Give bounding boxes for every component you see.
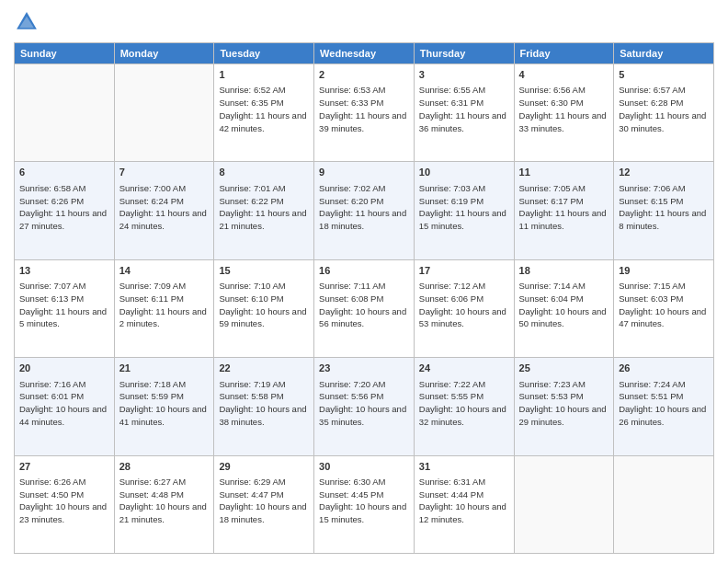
day-number: 17 (419, 264, 509, 278)
day-header: Sunday (15, 43, 115, 64)
calendar-cell: 5Sunrise: 6:57 AMSunset: 6:28 PMDaylight… (614, 64, 714, 162)
day-info: Sunrise: 6:58 AMSunset: 6:26 PMDaylight:… (19, 182, 109, 233)
calendar-cell: 15Sunrise: 7:10 AMSunset: 6:10 PMDayligh… (214, 259, 314, 357)
calendar-cell: 7Sunrise: 7:00 AMSunset: 6:24 PMDaylight… (114, 162, 214, 259)
calendar-cell (614, 455, 714, 553)
day-info: Sunrise: 6:57 AMSunset: 6:28 PMDaylight:… (619, 84, 709, 134)
day-info: Sunrise: 7:14 AMSunset: 6:04 PMDaylight:… (519, 280, 609, 330)
calendar-week-row: 6Sunrise: 6:58 AMSunset: 6:26 PMDaylight… (15, 162, 714, 259)
day-number: 20 (19, 362, 109, 375)
calendar-cell: 17Sunrise: 7:12 AMSunset: 6:06 PMDayligh… (414, 259, 514, 357)
calendar-cell: 24Sunrise: 7:22 AMSunset: 5:55 PMDayligh… (414, 358, 514, 455)
calendar-cell: 11Sunrise: 7:05 AMSunset: 6:17 PMDayligh… (514, 162, 614, 259)
day-info: Sunrise: 7:11 AMSunset: 6:08 PMDaylight:… (319, 280, 409, 330)
day-info: Sunrise: 6:31 AMSunset: 4:44 PMDaylight:… (419, 476, 509, 526)
day-info: Sunrise: 7:12 AMSunset: 6:06 PMDaylight:… (419, 280, 509, 330)
day-number: 10 (419, 166, 509, 179)
day-info: Sunrise: 6:27 AMSunset: 4:48 PMDaylight:… (119, 476, 210, 526)
calendar-header-row: SundayMondayTuesdayWednesdayThursdayFrid… (15, 43, 714, 64)
calendar-cell: 9Sunrise: 7:02 AMSunset: 6:20 PMDaylight… (314, 162, 415, 259)
logo (14, 9, 41, 35)
calendar-cell: 25Sunrise: 7:23 AMSunset: 5:53 PMDayligh… (514, 358, 614, 455)
day-number: 25 (519, 362, 609, 375)
day-info: Sunrise: 6:26 AMSunset: 4:50 PMDaylight:… (19, 476, 109, 526)
calendar-cell: 28Sunrise: 6:27 AMSunset: 4:48 PMDayligh… (114, 455, 214, 553)
day-number: 27 (19, 460, 109, 474)
calendar-cell: 13Sunrise: 7:07 AMSunset: 6:13 PMDayligh… (15, 259, 115, 357)
calendar-cell: 18Sunrise: 7:14 AMSunset: 6:04 PMDayligh… (514, 259, 614, 357)
day-number: 13 (19, 264, 109, 278)
day-info: Sunrise: 7:10 AMSunset: 6:10 PMDaylight:… (219, 280, 309, 330)
day-info: Sunrise: 7:22 AMSunset: 5:55 PMDaylight:… (419, 378, 509, 429)
day-number: 15 (219, 264, 309, 278)
day-number: 4 (519, 68, 609, 82)
calendar-cell: 19Sunrise: 7:15 AMSunset: 6:03 PMDayligh… (614, 259, 714, 357)
calendar-cell: 31Sunrise: 6:31 AMSunset: 4:44 PMDayligh… (414, 455, 514, 553)
day-info: Sunrise: 6:52 AMSunset: 6:35 PMDaylight:… (219, 84, 309, 134)
day-header: Wednesday (314, 43, 415, 64)
calendar-cell: 14Sunrise: 7:09 AMSunset: 6:11 PMDayligh… (114, 259, 214, 357)
logo-icon (14, 9, 40, 35)
day-number: 14 (119, 264, 210, 278)
day-number: 24 (419, 362, 509, 375)
day-number: 16 (319, 264, 409, 278)
calendar-cell: 1Sunrise: 6:52 AMSunset: 6:35 PMDaylight… (214, 64, 314, 162)
day-info: Sunrise: 6:56 AMSunset: 6:30 PMDaylight:… (519, 84, 609, 134)
day-info: Sunrise: 7:05 AMSunset: 6:17 PMDaylight:… (519, 182, 609, 233)
day-info: Sunrise: 7:03 AMSunset: 6:19 PMDaylight:… (419, 182, 509, 233)
day-number: 18 (519, 264, 609, 278)
day-info: Sunrise: 7:09 AMSunset: 6:11 PMDaylight:… (119, 280, 210, 330)
day-number: 28 (119, 460, 210, 474)
calendar-cell: 10Sunrise: 7:03 AMSunset: 6:19 PMDayligh… (414, 162, 514, 259)
calendar-cell: 3Sunrise: 6:55 AMSunset: 6:31 PMDaylight… (414, 64, 514, 162)
calendar-cell (114, 64, 214, 162)
calendar-week-row: 1Sunrise: 6:52 AMSunset: 6:35 PMDaylight… (15, 64, 714, 162)
day-number: 26 (619, 362, 709, 375)
day-info: Sunrise: 6:53 AMSunset: 6:33 PMDaylight:… (319, 84, 409, 134)
calendar-cell: 22Sunrise: 7:19 AMSunset: 5:58 PMDayligh… (214, 358, 314, 455)
day-info: Sunrise: 6:29 AMSunset: 4:47 PMDaylight:… (219, 476, 309, 526)
day-info: Sunrise: 7:20 AMSunset: 5:56 PMDaylight:… (319, 378, 409, 429)
calendar-cell: 2Sunrise: 6:53 AMSunset: 6:33 PMDaylight… (314, 64, 415, 162)
calendar-cell: 16Sunrise: 7:11 AMSunset: 6:08 PMDayligh… (314, 259, 415, 357)
day-info: Sunrise: 7:23 AMSunset: 5:53 PMDaylight:… (519, 378, 609, 429)
day-header: Saturday (614, 43, 714, 64)
calendar-cell: 12Sunrise: 7:06 AMSunset: 6:15 PMDayligh… (614, 162, 714, 259)
day-number: 3 (419, 68, 509, 82)
day-number: 29 (219, 460, 309, 474)
calendar-cell: 4Sunrise: 6:56 AMSunset: 6:30 PMDaylight… (514, 64, 614, 162)
day-info: Sunrise: 7:24 AMSunset: 5:51 PMDaylight:… (619, 378, 709, 429)
day-info: Sunrise: 7:07 AMSunset: 6:13 PMDaylight:… (19, 280, 109, 330)
day-info: Sunrise: 7:19 AMSunset: 5:58 PMDaylight:… (219, 378, 309, 429)
day-number: 21 (119, 362, 210, 375)
day-header: Monday (114, 43, 214, 64)
day-number: 22 (219, 362, 309, 375)
header (14, 9, 714, 35)
calendar-week-row: 27Sunrise: 6:26 AMSunset: 4:50 PMDayligh… (15, 455, 714, 553)
day-number: 23 (319, 362, 409, 375)
calendar-cell (15, 64, 115, 162)
day-number: 19 (619, 264, 709, 278)
day-header: Friday (514, 43, 614, 64)
day-info: Sunrise: 7:06 AMSunset: 6:15 PMDaylight:… (619, 182, 709, 233)
day-number: 1 (219, 68, 309, 82)
calendar-cell: 27Sunrise: 6:26 AMSunset: 4:50 PMDayligh… (15, 455, 115, 553)
day-number: 11 (519, 166, 609, 179)
day-number: 5 (619, 68, 709, 82)
calendar-table: SundayMondayTuesdayWednesdayThursdayFrid… (14, 42, 714, 554)
calendar-cell: 23Sunrise: 7:20 AMSunset: 5:56 PMDayligh… (314, 358, 415, 455)
day-info: Sunrise: 7:02 AMSunset: 6:20 PMDaylight:… (319, 182, 409, 233)
calendar-cell: 6Sunrise: 6:58 AMSunset: 6:26 PMDaylight… (15, 162, 115, 259)
day-header: Thursday (414, 43, 514, 64)
day-number: 30 (319, 460, 409, 474)
day-number: 8 (219, 166, 309, 179)
calendar-week-row: 20Sunrise: 7:16 AMSunset: 6:01 PMDayligh… (15, 358, 714, 455)
day-number: 12 (619, 166, 709, 179)
day-info: Sunrise: 6:55 AMSunset: 6:31 PMDaylight:… (419, 84, 509, 134)
day-info: Sunrise: 7:18 AMSunset: 5:59 PMDaylight:… (119, 378, 210, 429)
calendar-cell: 30Sunrise: 6:30 AMSunset: 4:45 PMDayligh… (314, 455, 415, 553)
calendar-week-row: 13Sunrise: 7:07 AMSunset: 6:13 PMDayligh… (15, 259, 714, 357)
day-number: 9 (319, 166, 409, 179)
day-info: Sunrise: 7:16 AMSunset: 6:01 PMDaylight:… (19, 378, 109, 429)
day-header: Tuesday (214, 43, 314, 64)
